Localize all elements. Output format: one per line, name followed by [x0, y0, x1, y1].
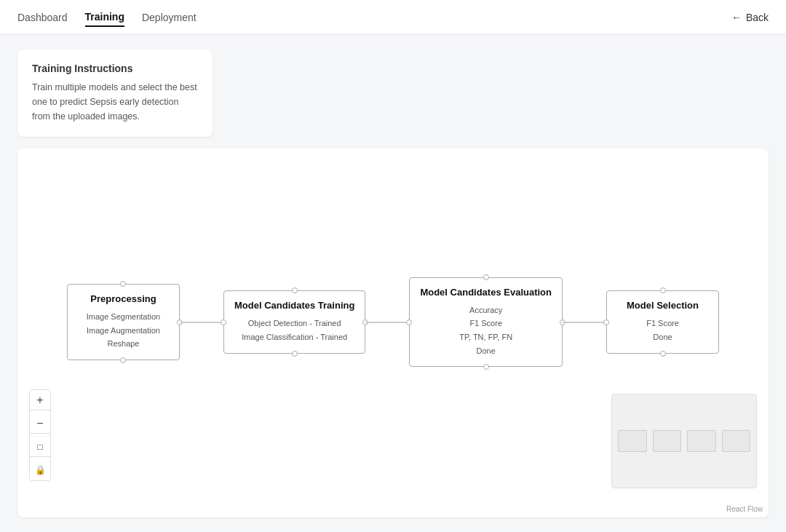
node-mct-title: Model Candidates Training	[234, 300, 354, 311]
back-arrow-icon: ←	[731, 12, 742, 23]
handle-ms-bottom	[660, 351, 666, 357]
zoom-controls: + − □ 🔒	[29, 389, 51, 481]
node-model-candidates-evaluation[interactable]: Model Candidates Evaluation Accuracy F1 …	[409, 277, 563, 368]
handle-ms-top	[660, 287, 666, 293]
node-preprocessing-item-1: Image Segmentation	[78, 310, 169, 324]
instructions-text: Train multiple models and select the bes…	[32, 80, 198, 124]
node-mct-item-2: Image Classification - Trained	[234, 330, 354, 344]
nav-dashboard[interactable]: Dashboard	[17, 9, 68, 26]
node-ms-title: Model Selection	[617, 300, 708, 311]
connector-3	[563, 322, 606, 323]
handle-mct-bottom	[292, 351, 298, 357]
node-mce-item-1: Accuracy	[420, 303, 552, 317]
handle-preprocessing-bottom	[120, 357, 126, 363]
node-mct-item-1: Object Detection - Trained	[234, 317, 354, 330]
handle-preprocessing-top	[120, 281, 126, 287]
minimap-node-1	[618, 430, 647, 452]
minimap-node-3	[687, 430, 716, 452]
main-content: Training Instructions Train multiple mod…	[0, 35, 786, 532]
header: Dashboard Training Deployment ← Back	[0, 0, 786, 35]
node-preprocessing[interactable]: Preprocessing Image Segmentation Image A…	[67, 284, 180, 360]
node-mce-item-4: Done	[420, 344, 552, 358]
connector-1	[180, 322, 223, 323]
node-preprocessing-item-3: Reshape	[78, 337, 169, 351]
node-preprocessing-title: Preprocessing	[78, 293, 169, 304]
node-mce-item-2: F1 Score	[420, 317, 552, 330]
back-button[interactable]: ← Back	[731, 12, 769, 23]
main-nav: Dashboard Training Deployment	[17, 8, 196, 27]
handle-mce-top	[483, 274, 489, 280]
handle-ms-left	[603, 319, 609, 325]
zoom-in-button[interactable]: +	[30, 390, 50, 410]
node-ms-item-2: Done	[617, 330, 708, 344]
handle-mct-top	[292, 287, 298, 293]
node-preprocessing-item-2: Image Augmentation	[78, 324, 169, 338]
lock-button[interactable]: 🔒	[30, 460, 50, 480]
nav-deployment[interactable]: Deployment	[142, 9, 196, 26]
handle-mce-bottom	[483, 364, 489, 370]
node-mce-title: Model Candidates Evaluation	[420, 287, 552, 298]
node-model-selection[interactable]: Model Selection F1 Score Done	[606, 290, 719, 353]
instructions-card: Training Instructions Train multiple mod…	[17, 49, 213, 137]
connector-2	[365, 322, 409, 323]
back-label: Back	[746, 12, 769, 23]
flow-nodes: Preprocessing Image Segmentation Image A…	[67, 277, 719, 368]
node-ms-item-1: F1 Score	[617, 317, 708, 330]
react-flow-label: React Flow	[726, 505, 763, 513]
nav-training[interactable]: Training	[85, 8, 124, 27]
flow-canvas: Preprocessing Image Segmentation Image A…	[17, 148, 769, 517]
fit-view-button[interactable]: □	[30, 437, 50, 457]
zoom-out-button[interactable]: −	[30, 413, 50, 434]
instructions-title: Training Instructions	[32, 63, 198, 74]
minimap	[611, 394, 757, 488]
node-model-candidates-training[interactable]: Model Candidates Training Object Detecti…	[223, 290, 365, 353]
node-mce-item-3: TP, TN, FP, FN	[420, 330, 552, 344]
minimap-node-4	[722, 430, 751, 452]
minimap-node-2	[653, 430, 682, 452]
handle-mct-left	[221, 319, 226, 325]
handle-mce-left	[406, 319, 412, 325]
